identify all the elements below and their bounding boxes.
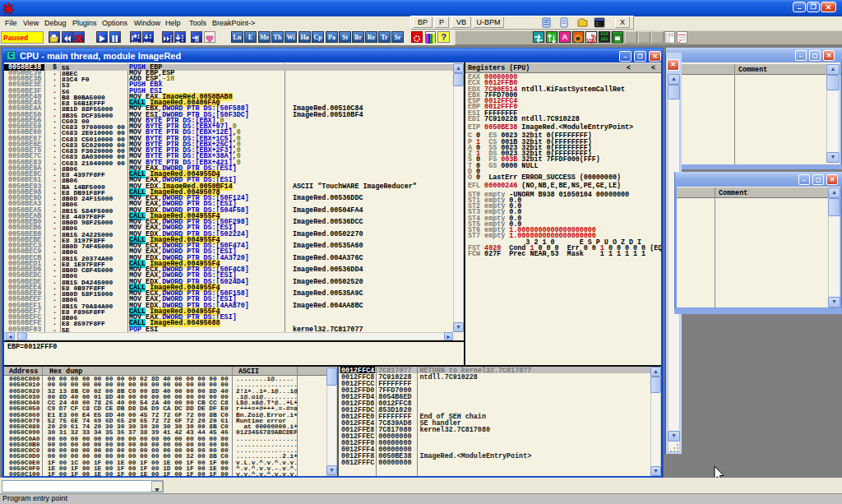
svg-text:C:: C: (596, 22, 601, 27)
